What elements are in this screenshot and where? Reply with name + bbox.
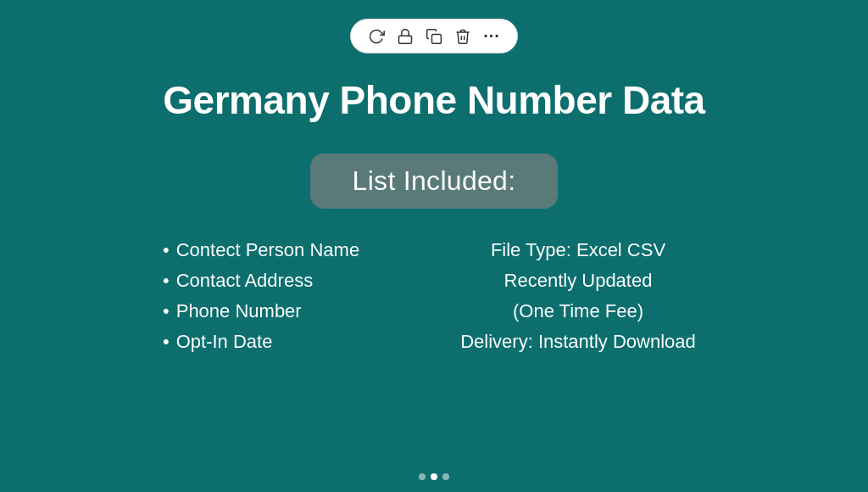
info-line: Delivery: Instantly Download — [460, 331, 696, 353]
right-info: File Type: Excel CSV Recently Updated (O… — [451, 239, 705, 353]
bullet-dot: • — [163, 270, 170, 292]
copy-icon[interactable] — [426, 28, 442, 45]
list-item: • Contact Address — [163, 270, 313, 292]
indicator-dot — [419, 473, 426, 480]
list-item: • Opt-In Date — [163, 331, 272, 353]
info-line: (One Time Fee) — [513, 300, 643, 322]
info-line: Recently Updated — [504, 270, 653, 292]
indicator-dot-active — [431, 473, 437, 480]
trash-icon[interactable] — [454, 28, 471, 45]
list-item: • Phone Number — [163, 300, 302, 322]
info-line: File Type: Excel CSV — [491, 239, 665, 261]
bullet-dot: • — [163, 300, 170, 322]
lock-icon[interactable] — [397, 28, 414, 45]
toolbar: ··· — [350, 19, 518, 53]
list-included-badge: List Included: — [310, 154, 559, 209]
refresh-icon[interactable] — [368, 28, 385, 45]
left-list: • Contect Person Name • Contact Address … — [163, 239, 383, 353]
svg-rect-0 — [399, 36, 412, 43]
bullet-dot: • — [163, 331, 170, 353]
content-columns: • Contect Person Name • Contact Address … — [0, 239, 868, 353]
list-item-text: Phone Number — [176, 300, 302, 322]
page-title: Germany Phone Number Data — [163, 77, 704, 123]
indicator-dot — [442, 473, 449, 480]
list-item-text: Contect Person Name — [176, 239, 359, 261]
svg-rect-1 — [432, 34, 442, 43]
badge-label: List Included: — [353, 165, 516, 196]
list-item-text: Contact Address — [176, 270, 313, 292]
list-item: • Contect Person Name — [163, 239, 359, 261]
list-item-text: Opt-In Date — [176, 331, 273, 353]
page-indicator — [419, 473, 449, 480]
bullet-dot: • — [163, 239, 170, 261]
more-options-icon[interactable]: ··· — [483, 26, 500, 46]
